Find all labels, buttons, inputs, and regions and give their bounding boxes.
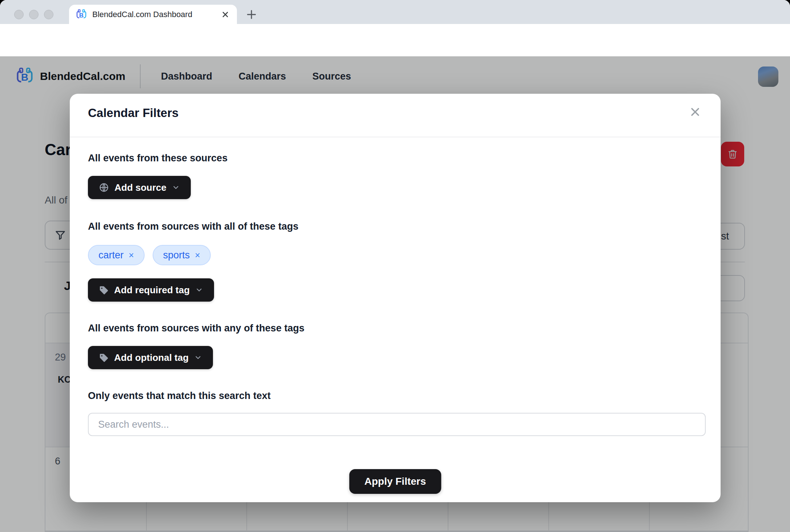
traffic-close-button[interactable] bbox=[14, 10, 24, 19]
chevron-down-icon bbox=[195, 286, 203, 294]
tab-title: BlendedCal.com Dashboard bbox=[92, 10, 216, 19]
tab-close-icon[interactable] bbox=[221, 10, 230, 19]
add-source-button[interactable]: Add source bbox=[88, 176, 191, 199]
tag-pill: carter × bbox=[88, 245, 145, 265]
tag-label: sports bbox=[163, 250, 190, 261]
tag-icon bbox=[99, 285, 109, 295]
page-content: B BlendedCal.com Dashboard Calendars Sou… bbox=[0, 56, 790, 532]
calendar-filters-modal: Calendar Filters All events from these s… bbox=[70, 94, 721, 502]
remove-tag-icon[interactable]: × bbox=[195, 250, 200, 261]
modal-close-icon[interactable] bbox=[689, 105, 702, 118]
site-favicon: B bbox=[76, 9, 87, 20]
tag-icon bbox=[99, 353, 109, 363]
tab-strip: B BlendedCal.com Dashboard bbox=[0, 0, 790, 24]
remove-tag-icon[interactable]: × bbox=[129, 250, 134, 261]
search-events-input[interactable] bbox=[88, 413, 706, 436]
browser-window: B BlendedCal.com Dashboard localhost: bbox=[0, 0, 790, 532]
traffic-zoom-button[interactable] bbox=[44, 10, 53, 19]
required-tags-list: carter × sports × bbox=[88, 245, 211, 265]
tag-label: carter bbox=[98, 250, 124, 261]
chevron-down-icon bbox=[194, 354, 202, 362]
add-source-label: Add source bbox=[114, 182, 166, 193]
new-tab-icon[interactable] bbox=[246, 9, 257, 20]
add-optional-tag-button[interactable]: Add optional tag bbox=[88, 346, 213, 369]
optional-tags-section-label: All events from sources with any of thes… bbox=[88, 323, 305, 334]
traffic-minimize-button[interactable] bbox=[29, 10, 39, 19]
chevron-down-icon bbox=[172, 184, 180, 192]
add-required-tag-label: Add required tag bbox=[114, 285, 190, 296]
browser-toolbar: localhost:3000/calendars/carters-sports-… bbox=[0, 24, 790, 56]
add-required-tag-button[interactable]: Add required tag bbox=[88, 278, 214, 302]
required-tags-section-label: All events from sources with all of thes… bbox=[88, 221, 298, 232]
sources-section-label: All events from these sources bbox=[88, 153, 227, 164]
svg-text:B: B bbox=[79, 12, 84, 19]
modal-header: Calendar Filters bbox=[70, 94, 721, 137]
modal-title: Calendar Filters bbox=[88, 106, 178, 120]
tag-pill: sports × bbox=[153, 245, 211, 265]
browser-tab[interactable]: B BlendedCal.com Dashboard bbox=[69, 5, 237, 24]
search-section-label: Only events that match this search text bbox=[88, 390, 271, 402]
add-optional-tag-label: Add optional tag bbox=[114, 352, 189, 363]
globe-icon bbox=[99, 182, 109, 193]
apply-filters-button[interactable]: Apply Filters bbox=[349, 469, 442, 494]
